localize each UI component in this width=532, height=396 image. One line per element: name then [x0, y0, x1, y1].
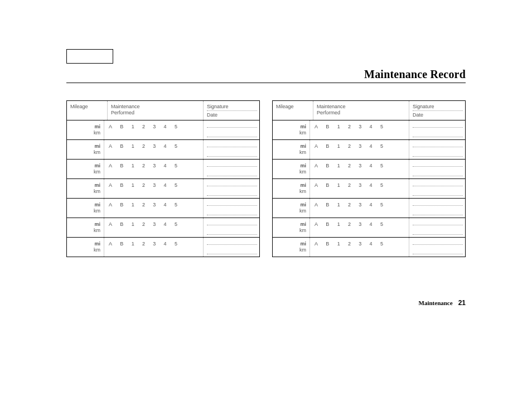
maintenance-code: 2: [348, 124, 351, 129]
unit-mi: mi: [300, 202, 306, 208]
maintenance-code: 4: [370, 143, 373, 149]
mileage-cell: mikm: [273, 199, 309, 218]
date-line: [207, 249, 257, 254]
date-line: [207, 230, 257, 235]
maintenance-code: 2: [348, 143, 351, 149]
header-maintenance: MaintenancePerformed: [313, 101, 409, 120]
maintenance-codes: AB12345: [309, 238, 409, 257]
maintenance-code: 2: [142, 182, 145, 188]
maintenance-code: A: [315, 163, 318, 168]
signature-line: [413, 220, 463, 225]
maintenance-code: A: [315, 182, 318, 188]
header-mileage: Mileage: [67, 101, 107, 120]
maintenance-code: 2: [142, 163, 145, 168]
header-signature: Signature: [413, 104, 463, 111]
maintenance-code: 2: [142, 124, 145, 129]
mileage-cell: mikm: [67, 199, 104, 218]
mileage-cell: mikm: [273, 160, 309, 178]
signature-cell: [203, 199, 259, 218]
signature-line: [207, 201, 257, 206]
maintenance-codes: AB12345: [309, 179, 409, 198]
unit-km: km: [299, 228, 306, 234]
mileage-cell: mikm: [67, 140, 104, 159]
maintenance-code: A: [315, 202, 318, 207]
signature-line: [413, 123, 463, 128]
date-line: [207, 210, 257, 215]
maintenance-code: 4: [370, 202, 373, 207]
maintenance-code: 5: [175, 182, 177, 188]
maintenance-codes: AB12345: [309, 199, 409, 218]
mileage-cell: mikm: [273, 238, 309, 257]
maintenance-code: 5: [380, 221, 383, 227]
maintenance-code: B: [326, 202, 329, 207]
page-title: Maintenance Record: [364, 68, 466, 81]
table-row: mikmAB12345: [273, 120, 465, 139]
maintenance-code: A: [315, 143, 318, 149]
maintenance-code: 5: [175, 143, 177, 149]
maintenance-code: 1: [337, 124, 340, 129]
maintenance-code: 5: [380, 163, 383, 168]
signature-cell: [203, 120, 259, 139]
maintenance-table: MileageMaintenancePerformedSignatureDate…: [66, 100, 260, 257]
unit-mi: mi: [94, 124, 100, 130]
maintenance-code: 4: [370, 221, 373, 227]
maintenance-code: A: [109, 182, 112, 188]
maintenance-code: 2: [142, 202, 145, 207]
signature-line: [207, 220, 257, 225]
signature-line: [207, 123, 257, 128]
maintenance-codes: AB12345: [309, 160, 409, 178]
maintenance-code: 4: [164, 182, 167, 188]
maintenance-codes: AB12345: [309, 218, 409, 237]
date-line: [207, 191, 257, 196]
maintenance-code: A: [109, 163, 112, 168]
maintenance-code: 2: [348, 182, 351, 188]
mileage-cell: mikm: [67, 160, 104, 178]
maintenance-code: 5: [175, 124, 177, 129]
maintenance-code: 4: [164, 202, 167, 207]
maintenance-code: B: [326, 124, 329, 129]
maintenance-code: 5: [380, 241, 383, 247]
header-signature: Signature: [207, 104, 257, 111]
maintenance-code: 5: [380, 202, 383, 207]
table-row: mikmAB12345: [67, 218, 259, 237]
unit-km: km: [299, 130, 306, 136]
unit-mi: mi: [300, 182, 306, 189]
maintenance-code: 1: [337, 182, 340, 188]
maintenance-code: 4: [370, 182, 373, 188]
table-header-row: MileageMaintenancePerformedSignatureDate: [273, 101, 465, 120]
mileage-cell: mikm: [273, 140, 309, 159]
signature-cell: [409, 199, 465, 218]
date-line: [413, 132, 463, 137]
maintenance-code: 1: [132, 163, 134, 168]
maintenance-code: 1: [132, 241, 134, 247]
table-header-row: MileageMaintenancePerformedSignatureDate: [67, 101, 259, 120]
maintenance-codes: AB12345: [104, 218, 203, 237]
maintenance-code: B: [120, 124, 123, 129]
table-row: mikmAB12345: [67, 198, 259, 218]
signature-cell: [203, 179, 259, 198]
maintenance-code: 3: [359, 241, 361, 247]
maintenance-code: 2: [348, 163, 351, 168]
maintenance-code: 1: [132, 143, 134, 149]
unit-mi: mi: [300, 163, 306, 169]
unit-mi: mi: [94, 143, 100, 149]
maintenance-code: 3: [153, 163, 156, 168]
maintenance-codes: AB12345: [104, 160, 203, 178]
signature-cell: [409, 120, 465, 139]
maintenance-code: B: [120, 163, 123, 168]
maintenance-code: 2: [142, 143, 145, 149]
mileage-cell: mikm: [67, 218, 104, 237]
tables-wrapper: MileageMaintenancePerformedSignatureDate…: [66, 100, 466, 257]
signature-line: [413, 142, 463, 147]
maintenance-code: B: [120, 143, 123, 149]
footer: Maintenance 21: [419, 299, 466, 307]
unit-mi: mi: [300, 143, 306, 149]
signature-line: [207, 240, 257, 245]
date-line: [413, 230, 463, 235]
footer-section: Maintenance: [419, 300, 453, 306]
table-row: mikmAB12345: [273, 237, 465, 257]
maintenance-code: A: [109, 202, 112, 207]
maintenance-codes: AB12345: [309, 120, 409, 139]
maintenance-code: 1: [132, 182, 134, 188]
signature-line: [413, 240, 463, 245]
